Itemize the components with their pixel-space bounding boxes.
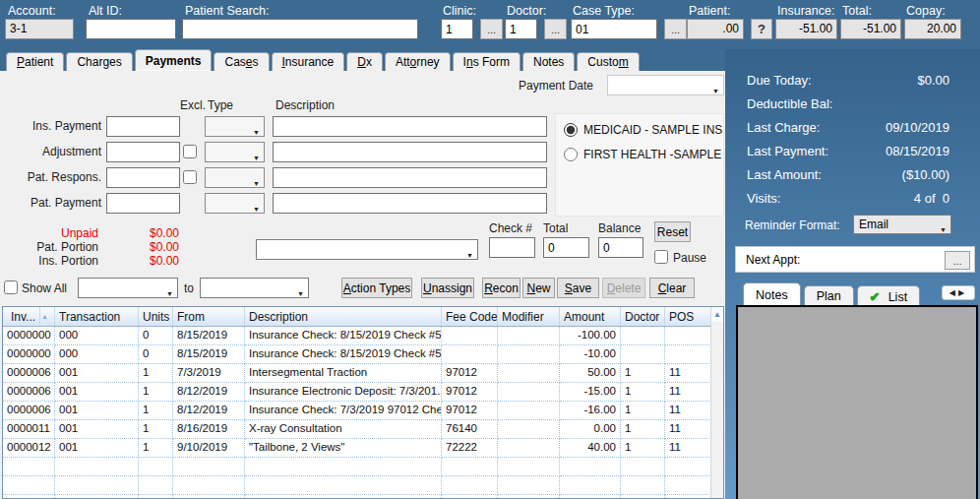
tab-list-pane[interactable]: ✔ List	[857, 285, 920, 305]
copay-field: 20.00	[904, 19, 961, 39]
column-header-units[interactable]: Units	[139, 307, 173, 326]
insurance-company-combo[interactable]: Please select an insurance company ▼	[256, 239, 478, 260]
case-type-field[interactable]	[571, 19, 657, 39]
doctor-browse-button[interactable]: ...	[544, 19, 567, 39]
pause-checkbox[interactable]	[654, 250, 668, 264]
column-header-inv[interactable]: Inv... ▲	[3, 307, 55, 326]
cell-fee-code: 76140	[442, 420, 498, 439]
date-from-combo[interactable]: / / ▼	[78, 278, 178, 298]
table-row[interactable]: 0000000 000 0 8/15/2019 Insurance Check:…	[3, 345, 723, 364]
tab-scroll-arrows[interactable]: ◀▶	[942, 285, 975, 300]
pat-respons-type-combo[interactable]: PX ▼	[205, 167, 265, 188]
tab-notes-pane[interactable]: Notes	[743, 282, 801, 305]
balance-input[interactable]	[598, 237, 643, 258]
empty-table-row	[3, 476, 723, 495]
column-header-modifier[interactable]: Modifier	[498, 307, 560, 326]
scroll-left-icon[interactable]: ◀	[949, 288, 958, 297]
tab-charges[interactable]: Charges	[66, 52, 132, 71]
adjustment-excl-checkbox[interactable]	[183, 145, 197, 158]
unassign-button[interactable]: Unassign	[421, 278, 474, 298]
date-to-combo[interactable]: 9 / 27 / 2019 ▼	[200, 278, 309, 298]
cell-units: 1	[139, 364, 173, 383]
next-appt-browse-button[interactable]: ...	[945, 251, 970, 270]
cell-modifier	[498, 364, 560, 383]
check-total-input[interactable]	[543, 237, 589, 258]
case-type-browse-button[interactable]: ...	[664, 19, 687, 39]
tab-patient[interactable]: Patient	[6, 52, 64, 71]
alt-id-label: Alt ID:	[89, 4, 122, 18]
tab-ins-form[interactable]: Ins Form	[453, 52, 521, 71]
first-health-radio[interactable]	[564, 148, 578, 161]
doctor-field[interactable]	[505, 19, 537, 39]
medicaid-radio[interactable]	[564, 123, 578, 137]
tab-payments[interactable]: Payments	[135, 49, 213, 71]
patient-help-button[interactable]: ?	[751, 19, 772, 39]
pat-payment-type-combo[interactable]: PA ▼	[205, 193, 265, 214]
ins-payment-description-input[interactable]	[273, 116, 547, 137]
save-button[interactable]: Save	[557, 278, 599, 298]
tab-custom[interactable]: Custom	[577, 52, 639, 71]
tab-cases[interactable]: Cases	[214, 52, 269, 71]
patient-search-input[interactable]	[182, 19, 418, 39]
show-all-checkbox[interactable]	[4, 281, 18, 294]
column-header-amount[interactable]: Amount	[560, 307, 621, 326]
column-header-doctor[interactable]: Doctor	[621, 307, 665, 326]
table-row[interactable]: 0000006 001 1 7/3/2019 Intersegmental Tr…	[3, 364, 723, 383]
alt-id-field[interactable]	[86, 19, 176, 39]
cell-modifier	[498, 345, 560, 364]
table-row[interactable]: 0000012 001 1 9/10/2019 "Tailbone, 2 Vie…	[3, 439, 723, 458]
column-header-from[interactable]: From	[173, 307, 245, 326]
next-appt-label: Next Appt:	[746, 253, 800, 267]
clinic-field[interactable]	[441, 19, 473, 39]
tab-dx[interactable]: Dx	[346, 52, 383, 71]
chevron-down-icon: ▼	[712, 82, 719, 95]
payment-date-combo[interactable]: 9 / 27 / 2019 ▼	[607, 75, 724, 95]
notes-content-area[interactable]	[736, 305, 978, 499]
column-header-fee-code[interactable]: Fee Code	[442, 307, 498, 326]
table-row[interactable]: 0000011 001 1 8/16/2019 X-ray Consultati…	[3, 420, 723, 439]
empty-table-row	[3, 458, 723, 476]
insurance-option-medicaid[interactable]: MEDICAID - SAMPLE INS	[564, 123, 722, 137]
ins-payment-amount-input[interactable]	[106, 116, 180, 137]
adjustment-amount-input[interactable]	[106, 142, 180, 162]
clinic-browse-button[interactable]: ...	[480, 19, 503, 39]
column-header-transaction[interactable]: Transaction	[55, 307, 139, 326]
table-vertical-scrollbar[interactable]: ▲	[710, 307, 723, 498]
pat-respons-description-input[interactable]	[273, 167, 547, 188]
reset-button[interactable]: Reset	[654, 221, 691, 242]
tab-plan-pane[interactable]: Plan	[804, 285, 854, 305]
balance-label: Balance	[598, 221, 641, 235]
tab-insurance[interactable]: Insurance	[272, 52, 345, 71]
cell-units: 0	[139, 327, 173, 345]
deductible-row: Deductible Bal:	[725, 96, 980, 114]
patient-balance-field: .00	[687, 19, 744, 39]
clear-button[interactable]: Clear	[649, 278, 695, 298]
check-number-input[interactable]	[489, 237, 535, 258]
recon-button[interactable]: Recon	[482, 278, 521, 298]
table-row[interactable]: 0000000 000 0 8/15/2019 Insurance Check:…	[3, 327, 723, 345]
scroll-right-icon[interactable]: ▶	[958, 288, 967, 297]
cell-from: 8/15/2019	[173, 345, 245, 364]
pat-respons-excl-checkbox[interactable]	[183, 170, 197, 184]
adjustment-type-combo[interactable]: IA ▼	[205, 142, 265, 162]
scroll-up-icon[interactable]: ▲	[711, 307, 723, 322]
new-button[interactable]: New	[522, 278, 555, 298]
cell-from: 8/12/2019	[173, 402, 245, 420]
pat-respons-amount-input[interactable]	[106, 167, 180, 188]
copay-label: Copay:	[906, 4, 946, 18]
table-row[interactable]: 0000006 001 1 8/12/2019 Insurance Electr…	[3, 383, 723, 402]
inv-header-label: Inv...	[7, 307, 40, 324]
tab-notes[interactable]: Notes	[522, 52, 575, 71]
reminder-format-combo[interactable]: Email ▼	[853, 215, 951, 234]
insurance-option-first-health[interactable]: FIRST HEALTH -SAMPLE INS	[564, 148, 745, 161]
ins-payment-type-combo[interactable]: IN ▼	[205, 116, 265, 137]
table-row[interactable]: 0000006 001 1 8/12/2019 Insurance Check:…	[3, 402, 723, 420]
account-field: 3-1	[5, 19, 74, 39]
delete-button[interactable]: Delete	[602, 278, 645, 298]
pat-payment-description-input[interactable]	[273, 193, 547, 214]
adjustment-description-input[interactable]	[273, 142, 547, 162]
tab-attorney[interactable]: Attorney	[385, 52, 451, 71]
action-types-button[interactable]: Action Types	[341, 278, 412, 298]
column-header-description[interactable]: Description	[245, 307, 442, 326]
pat-payment-amount-input[interactable]	[106, 193, 180, 214]
